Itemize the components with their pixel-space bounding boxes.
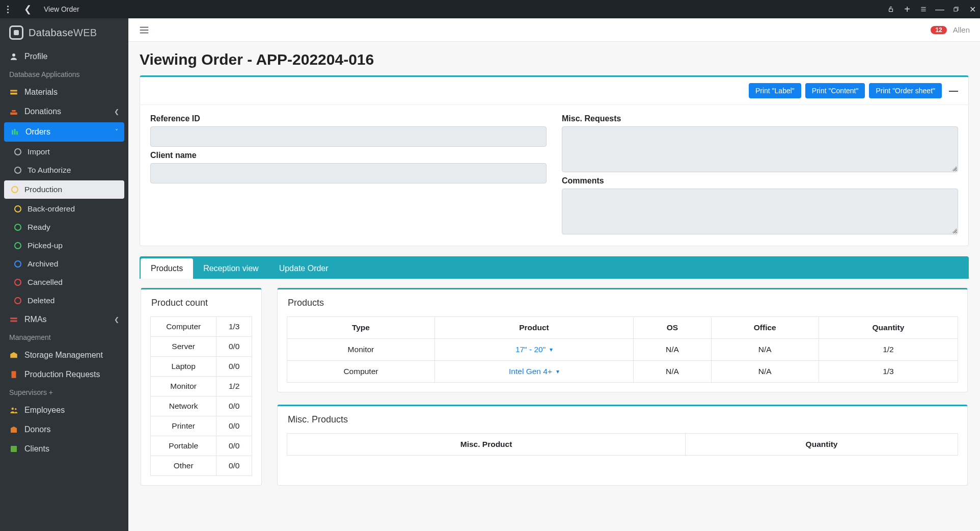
current-user[interactable]: Allen <box>953 25 970 34</box>
window-close-icon[interactable]: ✕ <box>969 6 976 13</box>
orders-sub-archived[interactable]: Archived <box>0 255 128 273</box>
orders-sub-deleted[interactable]: Deleted <box>0 291 128 310</box>
client-name-field[interactable] <box>150 163 547 183</box>
main-area: 12 Allen Viewing Order - APP-202204-016 … <box>128 18 980 531</box>
sidebar-item-prodreq[interactable]: Production Requests <box>0 365 128 384</box>
sidebar-item-donations[interactable]: Donations ❮ <box>0 102 128 121</box>
sidebar-item-donors[interactable]: Donors <box>0 420 128 439</box>
lock-icon[interactable] <box>887 6 894 13</box>
cell-qty: 1/3 <box>819 361 958 383</box>
window-more-icon[interactable] <box>4 6 12 13</box>
col-qty: Quantity <box>819 317 958 339</box>
sidebar-section-apps: Database Applications <box>0 66 128 83</box>
svg-rect-20 <box>11 446 17 452</box>
status-bullet-icon <box>14 297 21 304</box>
product-name: 17" - 20" <box>515 345 546 354</box>
tab-reception[interactable]: Reception view <box>193 258 269 279</box>
materials-icon <box>9 88 18 97</box>
products-table: Type Product OS Office Quantity Monitor1… <box>287 316 958 383</box>
count-label: Computer <box>151 317 216 337</box>
col-os: OS <box>634 317 711 339</box>
sidebar-toggle-button[interactable] <box>139 24 150 36</box>
count-row: Other0/0 <box>151 456 252 476</box>
product-dropdown[interactable]: Intel Gen 4+▾ <box>509 367 559 376</box>
back-button[interactable]: ❮ <box>20 4 36 15</box>
brand-suffix: WEB <box>73 27 97 38</box>
sidebar-item-storage[interactable]: Storage Management <box>0 346 128 365</box>
misc-products-table: Misc. Product Quantity <box>287 433 958 456</box>
print-content-button[interactable]: Print "Content" <box>805 83 865 98</box>
cell-office: N/A <box>711 339 819 361</box>
product-count-title: Product count <box>141 289 261 316</box>
count-label: Other <box>151 456 216 476</box>
sidebar-item-profile[interactable]: Profile <box>0 47 128 66</box>
sidebar-item-label: Employees <box>24 406 65 415</box>
sub-item-label: Back-ordered <box>28 204 75 214</box>
orders-sub-production[interactable]: Production <box>4 180 124 199</box>
print-label-button[interactable]: Print "Label" <box>749 83 801 98</box>
svg-rect-0 <box>889 9 893 11</box>
print-sheet-button[interactable]: Print "Order sheet" <box>869 83 942 98</box>
sidebar-section-mgmt: Management <box>0 329 128 346</box>
cell-os: N/A <box>634 361 711 383</box>
sidebar-item-employees[interactable]: Employees <box>0 401 128 420</box>
count-label: Network <box>151 396 216 416</box>
orders-sub-ready[interactable]: Ready <box>0 218 128 236</box>
chevron-down-icon: ▾ <box>550 346 553 353</box>
sidebar-item-clients[interactable]: Clients <box>0 439 128 459</box>
count-value: 0/0 <box>216 396 252 416</box>
user-icon <box>9 52 18 61</box>
sidebar-item-rmas[interactable]: RMAs ❮ <box>0 310 128 329</box>
count-row: Computer1/3 <box>151 317 252 337</box>
orders-sub-picked-up[interactable]: Picked-up <box>0 236 128 255</box>
count-row: Printer0/0 <box>151 416 252 436</box>
card-actions: Print "Label" Print "Content" Print "Ord… <box>140 77 968 105</box>
count-value: 0/0 <box>216 436 252 456</box>
sub-item-label: Production <box>24 185 62 194</box>
comments-field[interactable] <box>562 189 958 234</box>
window-maximize-icon[interactable] <box>952 6 960 13</box>
plus-icon[interactable]: + <box>904 6 911 13</box>
sidebar-item-materials[interactable]: Materials <box>0 83 128 102</box>
topbar: 12 Allen <box>128 18 980 42</box>
svg-point-18 <box>15 408 16 410</box>
sub-item-label: Cancelled <box>28 278 63 287</box>
col-misc-product: Misc. Product <box>287 434 686 456</box>
product-dropdown[interactable]: 17" - 20"▾ <box>515 345 553 354</box>
sub-item-label: Ready <box>28 223 50 232</box>
orders-sub-back-ordered[interactable]: Back-ordered <box>0 200 128 218</box>
cell-product: 17" - 20"▾ <box>434 339 633 361</box>
client-name-label: Client name <box>150 151 547 160</box>
svg-rect-15 <box>10 321 17 322</box>
count-row: Portable0/0 <box>151 436 252 456</box>
product-row: ComputerIntel Gen 4+▾N/AN/A1/3 <box>287 361 958 383</box>
sidebar-item-orders[interactable]: Orders ˅ <box>4 122 124 142</box>
tab-update[interactable]: Update Order <box>269 258 339 279</box>
reference-id-field[interactable] <box>150 126 547 147</box>
brand-logo-icon <box>9 25 23 40</box>
misc-requests-field[interactable] <box>562 126 958 172</box>
tab-products[interactable]: Products <box>141 258 193 279</box>
svg-point-17 <box>12 408 14 410</box>
count-value: 1/3 <box>216 317 252 337</box>
chevron-left-icon: ❮ <box>114 108 119 115</box>
cell-office: N/A <box>711 361 819 383</box>
svg-rect-8 <box>10 93 17 95</box>
orders-sub-import[interactable]: Import <box>0 143 128 161</box>
collapse-icon[interactable]: — <box>946 86 961 96</box>
notification-badge[interactable]: 12 <box>931 26 946 34</box>
panels-row: Product count Computer1/3Server0/0Laptop… <box>140 279 969 486</box>
window-titlebar: ❮ View Order + — ✕ <box>0 0 980 18</box>
product-count-table: Computer1/3Server0/0Laptop0/0Monitor1/2N… <box>150 316 252 476</box>
orders-sub-cancelled[interactable]: Cancelled <box>0 273 128 291</box>
col-office: Office <box>711 317 819 339</box>
orders-sub-to-authorize[interactable]: To Authorize <box>0 161 128 179</box>
content-scroll[interactable]: Viewing Order - APP-202204-016 Print "La… <box>128 42 980 531</box>
products-panel: Products Type Product OS Office Quantity… <box>277 288 968 392</box>
svg-rect-12 <box>14 129 16 135</box>
menu-icon[interactable] <box>920 6 927 13</box>
orders-icon <box>10 127 19 137</box>
status-bullet-icon <box>14 242 21 249</box>
window-minimize-icon[interactable]: — <box>936 6 943 13</box>
comments-label: Comments <box>562 176 958 185</box>
